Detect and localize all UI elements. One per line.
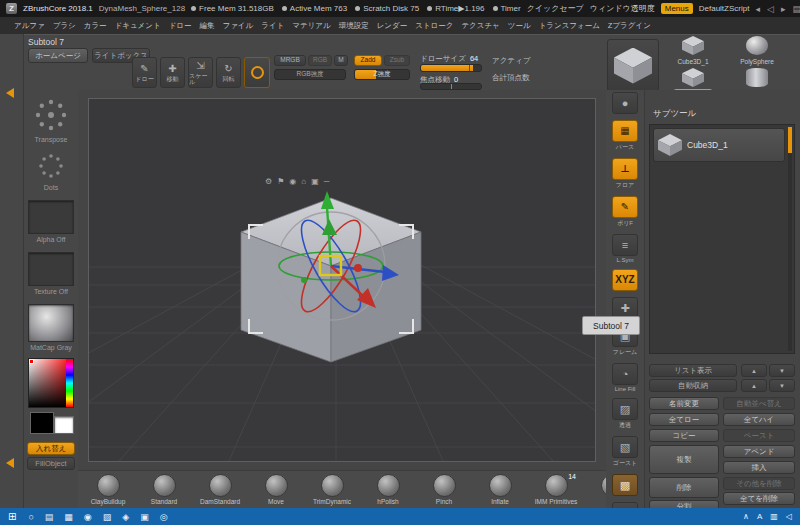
rename-button[interactable]: 名前変更	[649, 397, 719, 410]
brush-item[interactable]: Inflate	[472, 474, 528, 505]
tray-expand-icon[interactable]: ∧	[743, 512, 749, 521]
menu-item[interactable]: ファイル	[223, 21, 254, 31]
subtool-scrollbar[interactable]	[788, 127, 792, 351]
speaker-icon[interactable]: ◁	[767, 4, 774, 14]
tray-collapse-top-arrow[interactable]	[6, 88, 14, 98]
brush-item[interactable]: Move	[248, 474, 304, 505]
rotate-mode-button[interactable]: ↻ 回転	[216, 57, 241, 88]
folder-icon[interactable]: ▦	[64, 512, 73, 522]
z-intensity-slider[interactable]: Z強度	[354, 69, 410, 80]
sculptris-pro-toggle[interactable]	[244, 57, 270, 88]
auto-collapse-button[interactable]: 自動収納	[649, 379, 737, 392]
tool-thumbnail[interactable]: PolySphere	[724, 34, 790, 66]
panel-icon[interactable]: ▤	[792, 4, 800, 14]
draw-size-slider[interactable]	[420, 64, 482, 72]
subtool-header[interactable]: サブツール	[653, 108, 696, 120]
delete-button[interactable]: 削除	[649, 477, 719, 498]
secondary-color-swatch[interactable]	[54, 416, 74, 434]
move-mode-button[interactable]: ✚ 移動	[160, 57, 185, 88]
insert-button[interactable]: 挿入	[723, 461, 795, 474]
paste-subtool-button[interactable]: ペースト	[723, 429, 795, 442]
transparency-button[interactable]: ▨	[612, 398, 638, 420]
rgb-button[interactable]: RGB	[308, 55, 332, 66]
media-prev-icon[interactable]: ◂	[755, 4, 760, 14]
mail-icon[interactable]: ▨	[103, 512, 112, 522]
brush-item[interactable]: DamStandard	[192, 474, 248, 505]
color-picker[interactable]	[28, 358, 74, 408]
main-color-swatch[interactable]	[30, 412, 54, 434]
dots-stroke-icon[interactable]	[37, 152, 65, 180]
store-icon[interactable]: ◈	[122, 512, 129, 522]
transpose-icon[interactable]	[34, 98, 68, 132]
copy-subtool-button[interactable]: コピー	[649, 429, 719, 442]
fill-mode-button[interactable]: ▩	[612, 474, 638, 496]
start-button[interactable]: ⊞	[8, 511, 16, 522]
polyframe-button[interactable]: ✎	[612, 196, 638, 218]
auto-reorder-button[interactable]: 自動並べ替え	[723, 397, 795, 410]
draw-mode-button[interactable]: ✎ ドロー	[132, 57, 157, 88]
volume-icon[interactable]: ◁	[786, 512, 792, 521]
tool-thumbnail[interactable]: Cube3D_1	[662, 34, 724, 66]
fill-object-button[interactable]: FillObject	[27, 457, 75, 470]
window-opacity-button[interactable]: ウィンドウ透明度	[590, 3, 655, 14]
linefill-button[interactable]: ◔	[612, 363, 638, 385]
menu-item[interactable]: 編集	[200, 21, 215, 31]
task-view-icon[interactable]: ▤	[45, 512, 54, 522]
append-button[interactable]: アペンド	[723, 445, 795, 458]
lock-icon[interactable]: ▣	[311, 177, 319, 186]
menu-item[interactable]: ツール	[508, 21, 531, 31]
bpr-button[interactable]: ●	[612, 92, 638, 114]
zadd-button[interactable]: Zadd	[354, 55, 382, 66]
floor-button[interactable]: ⊥	[612, 158, 638, 180]
mrgb-button[interactable]: MRGB	[274, 55, 306, 66]
delete-other-button[interactable]: その他を削除	[723, 477, 795, 490]
menu-item[interactable]: アルファ	[14, 21, 45, 31]
gear-icon[interactable]: ⚙	[265, 177, 272, 186]
home-icon[interactable]: ⌂	[301, 177, 306, 186]
matcap-selector[interactable]	[28, 304, 74, 342]
menu-item[interactable]: レンダー	[377, 21, 408, 31]
tray-collapse-bottom-arrow[interactable]	[6, 458, 14, 468]
browser-icon[interactable]: ◉	[84, 512, 92, 522]
network-icon[interactable]: ▥	[770, 512, 778, 521]
zbrush-taskbar-icon[interactable]: ◎	[160, 512, 168, 522]
subtool-scrollbar-thumb[interactable]	[788, 127, 792, 153]
auto-collapse-up-button[interactable]: ▲	[741, 379, 767, 392]
brush-item[interactable]: hPolish	[360, 474, 416, 505]
brush-item[interactable]: 14 IMM Primitives	[528, 474, 584, 505]
auto-collapse-down-button[interactable]: ▼	[769, 379, 795, 392]
pin-icon[interactable]: ⚑	[277, 177, 284, 186]
list-view-button[interactable]: リスト表示	[649, 364, 737, 377]
menu-item[interactable]: マテリアル	[292, 21, 330, 31]
target-icon[interactable]: ◉	[289, 177, 296, 186]
media-next-icon[interactable]: ▸	[781, 4, 786, 14]
menu-item[interactable]: ライト	[261, 21, 284, 31]
duplicate-button[interactable]: 複製	[649, 445, 719, 474]
alpha-selector[interactable]	[28, 200, 74, 234]
scale-mode-button[interactable]: ⇲ スケール	[188, 57, 213, 88]
document-area[interactable]: ⚙⚑◉⌂▣─	[88, 98, 596, 462]
zsub-button[interactable]: Zsub	[384, 55, 410, 66]
brush-item[interactable]: TrimDynamic	[304, 474, 360, 505]
menu-item[interactable]: テクスチャ	[461, 21, 499, 31]
minimize-icon[interactable]: ─	[324, 177, 330, 186]
quicksave-button[interactable]: クイックセーブ	[527, 3, 584, 14]
local-sym-button[interactable]: ≡	[612, 234, 638, 256]
search-icon[interactable]: ○	[28, 512, 33, 522]
switch-color-button[interactable]: 入れ替え	[27, 442, 75, 455]
subtool-up-button[interactable]: ▲	[741, 364, 767, 377]
brush-item[interactable]: Pinch	[416, 474, 472, 505]
focal-shift-slider[interactable]	[420, 83, 482, 90]
menu-item[interactable]: 環境設定	[339, 21, 369, 31]
sculpt-viewport[interactable]	[89, 99, 595, 461]
menu-item[interactable]: ブラシ	[53, 21, 76, 31]
menu-item[interactable]: Zプラグイン	[608, 21, 651, 31]
brush-item[interactable]: Standard	[136, 474, 192, 505]
xyz-axis-button[interactable]: XYZ	[612, 269, 638, 291]
delete-all-button[interactable]: 全てを削除	[723, 492, 795, 505]
menu-item[interactable]: ストローク	[415, 21, 453, 31]
subtool-list-item[interactable]: Cube3D_1	[653, 128, 785, 162]
app-icon[interactable]: ▣	[140, 512, 149, 522]
m-button[interactable]: M	[334, 55, 348, 66]
brush-item[interactable]: Fill	[584, 474, 606, 505]
